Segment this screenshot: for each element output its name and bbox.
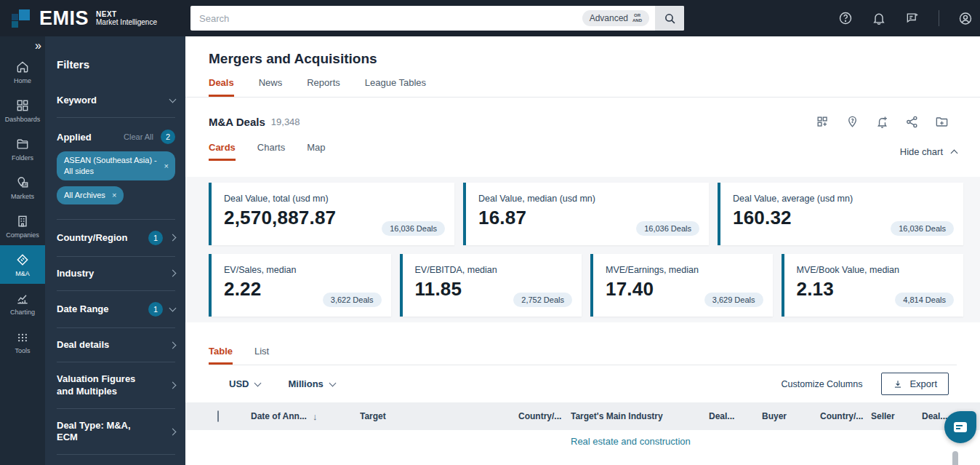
search-input[interactable] bbox=[190, 13, 582, 24]
nav-rail: Home Dashboards Folders Markets Companie… bbox=[0, 36, 45, 465]
stat-card-ev-sales: EV/Sales, median 2.22 3,622 Deals bbox=[209, 254, 391, 317]
column-header-country-buyer[interactable]: Country/... bbox=[820, 411, 871, 421]
deal-count-badge: 3,629 Deals bbox=[704, 293, 763, 307]
add-to-dashboard-icon[interactable] bbox=[816, 115, 830, 129]
chevron-right-icon bbox=[169, 270, 177, 277]
customize-columns-button[interactable]: Customize Columns bbox=[782, 379, 863, 389]
deals-header: M&A Deals 19,348 bbox=[209, 115, 949, 129]
account-button[interactable] bbox=[958, 11, 973, 25]
view-tabs-row: Cards Charts Map Hide chart bbox=[209, 142, 957, 161]
column-header-country-target[interactable]: Country/... bbox=[518, 411, 571, 421]
nav-item-folders[interactable]: Folders bbox=[0, 130, 45, 168]
nav-label: Home bbox=[14, 77, 31, 84]
advanced-label: Advanced bbox=[590, 13, 628, 23]
clear-all-button[interactable]: Clear All bbox=[124, 132, 153, 141]
view-tab-map[interactable]: Map bbox=[307, 142, 325, 161]
tab-reports[interactable]: Reports bbox=[307, 77, 340, 97]
filter-deal-type[interactable]: Deal Type: M&A, ECM bbox=[57, 412, 175, 452]
column-header-date[interactable]: Date of Ann... ↓ bbox=[251, 411, 360, 422]
nav-label: Folders bbox=[12, 154, 33, 162]
column-header-buyer[interactable]: Buyer bbox=[762, 411, 820, 421]
deal-count-badge: 16,036 Deals bbox=[636, 221, 699, 236]
user-icon bbox=[958, 11, 973, 26]
save-to-folder-icon[interactable] bbox=[935, 115, 949, 129]
filter-count-badge: 1 bbox=[148, 302, 163, 317]
chevron-up-icon bbox=[951, 149, 958, 156]
filter-keyword[interactable]: Keyword bbox=[57, 87, 175, 114]
nav-item-home[interactable]: Home bbox=[0, 52, 45, 91]
filter-deal-details[interactable]: Deal details bbox=[57, 331, 175, 359]
chat-widget-button[interactable] bbox=[944, 411, 976, 443]
collapse-panel-button[interactable]: » bbox=[35, 39, 41, 52]
view-tab-cards[interactable]: Cards bbox=[209, 142, 236, 161]
help-button[interactable] bbox=[838, 11, 853, 25]
view-tab-charts[interactable]: Charts bbox=[257, 142, 285, 161]
column-header-industry[interactable]: Target's Main Industry bbox=[571, 411, 709, 421]
chevron-down-icon bbox=[169, 96, 177, 103]
unit-dropdown[interactable]: Millions bbox=[288, 378, 334, 389]
filter-country-region[interactable]: Country/Region 1 bbox=[57, 223, 175, 253]
filter-industry[interactable]: Industry bbox=[57, 260, 175, 287]
column-header-target[interactable]: Target bbox=[360, 411, 518, 421]
nav-item-tools[interactable]: Tools bbox=[0, 322, 45, 361]
table-row[interactable]: Real estate and construction bbox=[185, 430, 980, 445]
emis-logo[interactable]: EMIS NEXT Market Intelligence bbox=[12, 7, 157, 29]
nav-item-markets[interactable]: Markets bbox=[0, 168, 45, 207]
hide-chart-toggle[interactable]: Hide chart bbox=[900, 146, 957, 157]
table-header: Date of Ann... ↓ Target Country/... Targ… bbox=[185, 402, 980, 430]
industry-link[interactable]: Real estate and construction bbox=[571, 436, 691, 447]
search-button[interactable] bbox=[655, 6, 684, 31]
divider bbox=[57, 454, 175, 455]
product-name: NEXT bbox=[96, 10, 157, 19]
stat-card-ev-ebitda: EV/EBITDA, median 11.85 2,752 Deals bbox=[400, 254, 582, 317]
applied-filters-header: Applied Clear All 2 bbox=[57, 121, 175, 151]
filter-chip[interactable]: ASEAN (Southeast Asia) - All sides × bbox=[57, 151, 175, 180]
tab-list[interactable]: List bbox=[254, 346, 269, 365]
share-icon[interactable] bbox=[905, 115, 919, 129]
nav-label: Dashboards bbox=[5, 116, 41, 123]
topbar-divider bbox=[939, 10, 939, 26]
currency-dropdown[interactable]: USD bbox=[229, 378, 260, 389]
nav-label: Charting bbox=[10, 309, 35, 316]
notifications-button[interactable] bbox=[872, 11, 886, 25]
filter-chip[interactable]: All Archives × bbox=[57, 186, 124, 204]
nav-item-companies[interactable]: Companies bbox=[0, 207, 45, 245]
applied-count-badge: 2 bbox=[161, 130, 175, 144]
feedback-button[interactable] bbox=[905, 11, 920, 25]
nav-item-ma[interactable]: M&A bbox=[0, 245, 45, 284]
divider bbox=[57, 117, 175, 118]
create-alert-icon[interactable] bbox=[875, 115, 889, 129]
table-scrollbar[interactable] bbox=[952, 451, 958, 465]
column-header-deal-1[interactable]: Deal... bbox=[709, 411, 762, 421]
tab-table[interactable]: Table bbox=[209, 346, 233, 365]
remove-chip-icon[interactable]: × bbox=[112, 191, 116, 199]
bell-icon bbox=[872, 11, 886, 25]
brand-name: EMIS bbox=[39, 9, 89, 28]
result-view-tabs: Table List bbox=[209, 346, 957, 365]
filter-label: Keyword bbox=[57, 95, 97, 106]
filter-ma-attributes[interactable]: M&A Deal Attributes bbox=[57, 458, 175, 465]
sort-descending-icon[interactable]: ↓ bbox=[313, 411, 318, 422]
location-help-icon[interactable] bbox=[846, 115, 859, 129]
nav-item-dashboards[interactable]: Dashboards bbox=[0, 91, 45, 130]
nav-item-charting[interactable]: Charting bbox=[0, 284, 45, 322]
tools-icon bbox=[15, 330, 30, 344]
feedback-icon bbox=[905, 11, 920, 25]
chip-label: All Archives bbox=[64, 191, 105, 199]
tab-league-tables[interactable]: League Tables bbox=[365, 77, 426, 97]
stat-card-mve-earnings: MVE/Earnings, median 17.40 3,629 Deals bbox=[590, 254, 773, 317]
column-header-seller[interactable]: Seller bbox=[871, 411, 922, 421]
tab-deals[interactable]: Deals bbox=[209, 77, 234, 97]
divider bbox=[57, 327, 175, 328]
select-all-checkbox[interactable] bbox=[217, 410, 219, 422]
chip-label: ASEAN (Southeast Asia) - All sides bbox=[64, 156, 157, 175]
advanced-search-button[interactable]: Advanced ORAND bbox=[582, 10, 649, 26]
deal-count-badge: 4,814 Deals bbox=[895, 293, 954, 307]
table-toolbar: USD Millions Customize Columns Export bbox=[185, 365, 980, 402]
filter-date-range[interactable]: Date Range 1 bbox=[57, 294, 175, 325]
filter-valuation[interactable]: Valuation Figures and Multiples bbox=[57, 365, 175, 405]
stat-card-deal-value-total: Deal Value, total (usd mn) 2,570,887.87 … bbox=[209, 183, 454, 245]
tab-news[interactable]: News bbox=[259, 77, 283, 97]
export-button[interactable]: Export bbox=[881, 373, 949, 395]
remove-chip-icon[interactable]: × bbox=[164, 161, 169, 172]
